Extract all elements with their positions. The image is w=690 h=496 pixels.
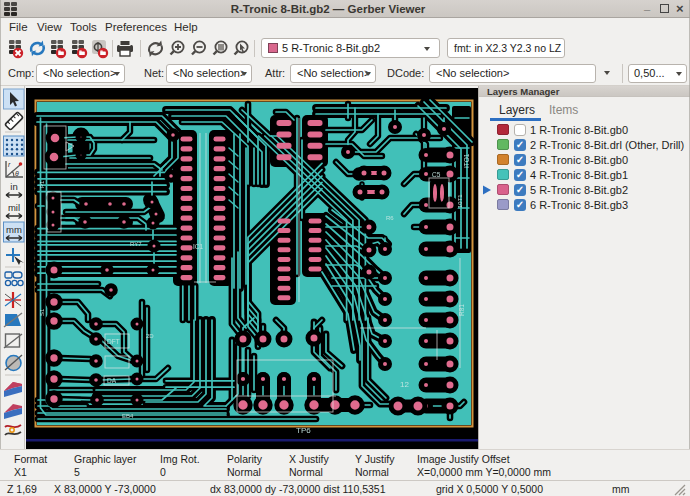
svg-text:TP6: TP6 — [296, 426, 311, 435]
svg-text:C5: C5 — [432, 171, 441, 178]
svg-text:IC1: IC1 — [193, 243, 204, 250]
svg-text:R6: R6 — [386, 215, 394, 221]
svg-text:DFT: DFT — [107, 338, 120, 345]
svg-text:mm: mm — [6, 224, 22, 235]
svg-text:P1: P1 — [39, 180, 45, 188]
svg-text:mil: mil — [8, 202, 20, 213]
svg-text:R81: R81 — [458, 304, 465, 316]
svg-text:10T1: 10T1 — [457, 194, 463, 208]
svg-text:12: 12 — [400, 380, 409, 389]
svg-text:RY7: RY7 — [130, 241, 142, 247]
svg-text:in: in — [10, 181, 17, 192]
svg-text:r: r — [8, 161, 11, 168]
svg-text:ITO1: ITO1 — [463, 153, 470, 168]
svg-text:S1: S1 — [39, 308, 45, 316]
svg-text:θ: θ — [15, 170, 19, 177]
svg-text:EB4: EB4 — [122, 413, 134, 419]
svg-text:2D: 2D — [146, 333, 154, 339]
svg-text:DA: DA — [107, 377, 117, 384]
